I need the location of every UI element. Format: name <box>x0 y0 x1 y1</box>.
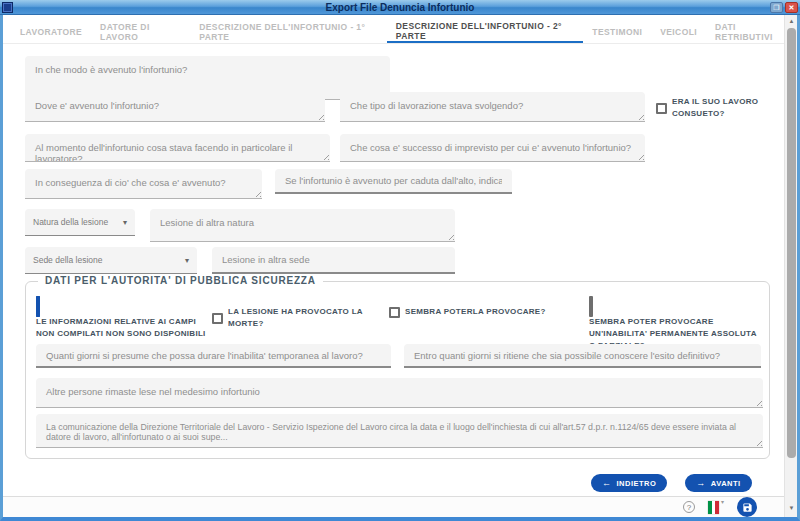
indietro-button-label: INDIETRO <box>617 479 657 488</box>
altezza-caduta-input[interactable] <box>275 169 512 194</box>
pubblica-sicurezza-legend: DATI PER L'AUTORITA' DI PUBBLICA SICUREZ… <box>38 275 323 286</box>
scroll-down-arrow-icon[interactable]: ▼ <box>785 503 797 514</box>
title-bar[interactable]: Export File Denuncia Infortunio ❐ ✕ <box>0 0 800 15</box>
pubblica-sicurezza-fieldset: DATI PER L'AUTORITA' DI PUBBLICA SICUREZ… <box>25 281 770 459</box>
poterla-provocare-checkbox[interactable] <box>389 307 400 318</box>
lesione-altra-natura-textarea[interactable] <box>150 209 455 242</box>
save-button[interactable] <box>737 497 757 517</box>
floppy-disk-icon <box>742 502 753 513</box>
lavoro-consueto-checkbox[interactable] <box>656 103 667 114</box>
natura-lesione-select[interactable]: Natura della lesione ▾ <box>25 209 135 236</box>
sede-lesione-value: Sede della lesione <box>33 255 185 265</box>
scroll-up-arrow-icon[interactable]: ▲ <box>785 16 797 27</box>
chevron-down-icon: ▾ <box>123 218 127 227</box>
restore-window-button[interactable]: ❐ <box>770 2 783 13</box>
indietro-button[interactable]: ← INDIETRO <box>591 474 667 492</box>
dove-infortunio-textarea[interactable] <box>25 92 325 122</box>
lavoro-consueto-label: ERA IL SUO LAVORO CONSUETO? <box>672 96 781 120</box>
arrow-right-icon: → <box>696 479 706 488</box>
imprevisto-textarea[interactable] <box>340 134 645 162</box>
lesione-altra-sede-input[interactable] <box>212 247 455 274</box>
window-title: Export File Denuncia Infortunio <box>0 0 800 15</box>
conseguenza-textarea[interactable] <box>25 169 262 199</box>
tab-descrizione-1-parte[interactable]: DESCRIZIONE DELL'INFORTUNIO - 1° PARTE <box>190 21 387 43</box>
altre-persone-textarea[interactable] <box>36 378 763 408</box>
italy-flag-icon <box>708 501 719 514</box>
app-icon <box>2 2 13 13</box>
status-bar: ? ▾ <box>3 497 797 517</box>
sede-lesione-select[interactable]: Sede della lesione ▾ <box>25 247 197 274</box>
form-page: LAVORATORE DATORE DI LAVORO DESCRIZIONE … <box>3 15 797 517</box>
scrollbar-thumb[interactable] <box>787 28 796 458</box>
tab-lavoratore[interactable]: LAVORATORE <box>11 21 91 43</box>
chevron-down-icon: ▾ <box>185 256 189 265</box>
arrow-left-icon: ← <box>602 479 612 488</box>
tab-datore-di-lavoro[interactable]: DATORE DI LAVORO <box>91 21 190 43</box>
app-window: Export File Denuncia Infortunio ❐ ✕ LAVO… <box>0 0 800 521</box>
tipo-lavorazione-textarea[interactable] <box>340 92 645 122</box>
giorni-esito-input[interactable] <box>404 344 761 368</box>
tab-bar: LAVORATORE DATORE DI LAVORO DESCRIZIONE … <box>3 21 797 44</box>
natura-lesione-value: Natura della lesione <box>33 217 123 227</box>
poterla-provocare-label: SEMBRA POTERLA PROVOCARE? <box>405 306 546 318</box>
morte-label: LA LESIONE HA PROVOCATO LA MORTE? <box>228 306 382 330</box>
inabilita-permanente-checkbox[interactable] <box>589 296 593 317</box>
info-non-disponibili-checkbox[interactable] <box>36 296 40 317</box>
avanti-button-label: AVANTI <box>711 479 741 488</box>
close-window-button[interactable]: ✕ <box>785 2 798 13</box>
giorni-inabilita-input[interactable] <box>36 344 391 368</box>
language-selector[interactable]: ▾ <box>708 501 724 514</box>
tab-testimoni[interactable]: TESTIMONI <box>583 21 651 43</box>
avanti-button[interactable]: → AVANTI <box>685 474 751 492</box>
tab-veicoli[interactable]: VEICOLI <box>651 21 706 43</box>
morte-checkbox[interactable] <box>212 313 223 324</box>
comunicazione-direzione-textarea[interactable] <box>36 414 763 448</box>
momento-infortunio-textarea[interactable] <box>25 134 330 162</box>
help-icon[interactable]: ? <box>683 501 695 513</box>
info-non-disponibili-label: LE INFORMAZIONI RELATIVE AI CAMPI NON CO… <box>36 316 214 340</box>
vertical-scrollbar[interactable]: ▲ ▼ <box>784 15 797 517</box>
tab-descrizione-2-parte[interactable]: DESCRIZIONE DELL'INFORTUNIO - 2° PARTE <box>387 21 584 43</box>
caret-down-icon: ▾ <box>721 498 724 505</box>
